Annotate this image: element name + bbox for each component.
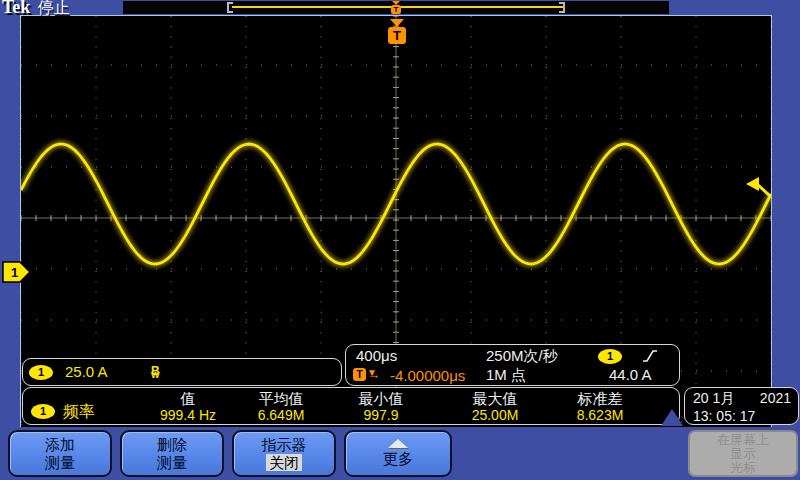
trigger-position-value: -4.00000μs [390, 367, 465, 384]
button-label: 更多 [346, 450, 450, 468]
trigger-t-icon: T [353, 368, 366, 381]
button-label: 在屏幕上 [690, 433, 796, 447]
datetime-readout: 20 1月 2021 13: 05: 17 [684, 387, 799, 425]
measurement-source-badge: 1 [31, 404, 55, 419]
button-label: 指示器 [234, 436, 334, 454]
button-label: 删除 [122, 436, 222, 454]
add-measurement-button[interactable]: 添加 测量 [8, 430, 112, 477]
trigger-level-value: 44.0 A [609, 366, 652, 383]
button-label: 测量 [10, 454, 110, 472]
button-selected-option: 关闭 [266, 454, 302, 471]
show-cursor-on-screen-button[interactable]: 在屏幕上 显示 光标 [688, 430, 798, 477]
trigger-position-flag[interactable]: T [388, 19, 406, 44]
button-label: 光标 [690, 461, 796, 475]
measurement-name: 频率 [63, 402, 95, 423]
chevron-up-icon [388, 439, 408, 448]
measurement-col-mean: 平均值 6.649M [226, 388, 336, 426]
tek-logo: Tek [2, 0, 30, 18]
year-value: 2021 [760, 390, 791, 406]
record-overview-bar: T [123, 1, 669, 14]
bandwidth-limit-icon: BW [151, 364, 160, 380]
record-length: 1M 点 [486, 366, 526, 385]
indicator-off-button[interactable]: 指示器 关闭 [232, 430, 336, 477]
trigger-level-marker[interactable] [745, 174, 772, 198]
trigger-flag-label: T [393, 28, 401, 43]
col-value: 8.623M [545, 407, 655, 423]
delete-measurement-button[interactable]: 删除 测量 [120, 430, 224, 477]
channel1-badge: 1 [29, 365, 53, 380]
trigger-source-badge: 1 [598, 349, 622, 364]
channel1-ground-marker[interactable]: 1 [2, 260, 32, 284]
sample-rate: 250M次/秒 [486, 347, 558, 366]
trigger-flag-arrow-icon [390, 19, 404, 27]
more-button[interactable]: 更多 [344, 430, 452, 477]
button-label: 显示 [690, 447, 796, 461]
time-value: 13: 05: 17 [693, 408, 755, 424]
menu-pointer-icon [661, 409, 683, 426]
acquisition-run-status: 停止 [38, 0, 70, 19]
button-label: 测量 [122, 454, 222, 472]
window-right-bracket-icon [559, 2, 565, 13]
col-value: 25.00M [440, 407, 550, 423]
window-left-bracket-icon [227, 2, 233, 13]
col-value: 6.649M [226, 407, 336, 423]
trigger-record-position-icon: T [391, 5, 401, 14]
col-value: 997.9 [326, 407, 436, 423]
channel1-marker-label: 1 [11, 265, 18, 280]
measurement-col-max: 最大值 25.00M [440, 388, 550, 426]
top-status-bar: Tek 停止 T [0, 0, 800, 15]
right-bezel [772, 15, 800, 427]
channel1-scale: 25.0 A [65, 363, 108, 380]
left-bezel [0, 15, 20, 427]
measurement-col-stddev: 标准差 8.623M [545, 388, 655, 426]
date-value: 20 1月 [693, 390, 734, 408]
measurement-col-min: 最小值 997.9 [326, 388, 436, 426]
softkey-menu-bar: 添加 测量 删除 测量 指示器 关闭 更多 在屏幕上 显示 光标 [0, 427, 800, 480]
button-label: 添加 [10, 436, 110, 454]
rising-edge-icon [642, 348, 658, 364]
horizontal-trigger-readout: 400μs 250M次/秒 1 T →▼ -4.00000μs 1M 点 44.… [345, 344, 680, 386]
channel1-readout[interactable]: 1 25.0 A BW [22, 358, 342, 386]
timebase-scale: 400μs [356, 347, 397, 364]
measurement-bar: 1 频率 值 999.4 Hz 平均值 6.649M 最小值 997.9 最大值… [22, 387, 680, 425]
